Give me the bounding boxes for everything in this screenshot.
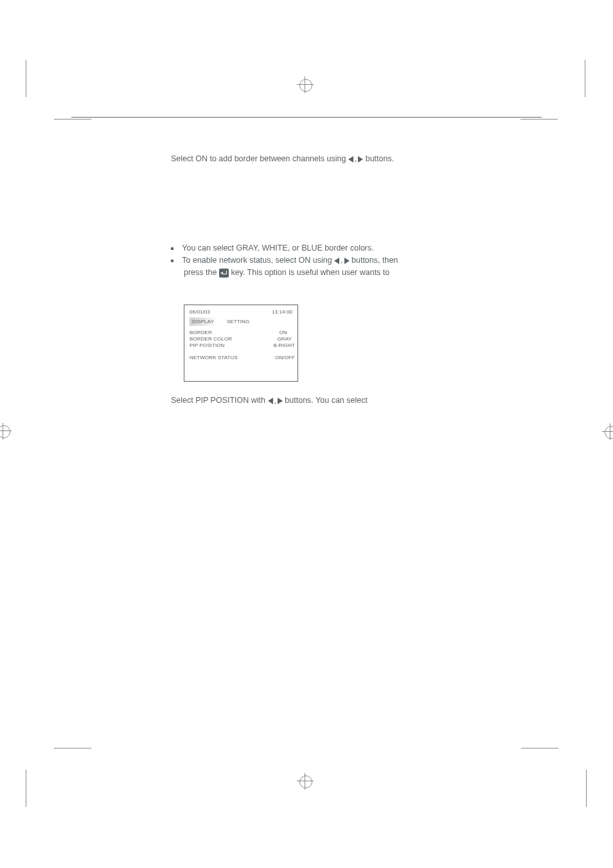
crop-tick <box>586 770 587 807</box>
enter-key-icon <box>219 269 229 278</box>
crop-tick <box>26 770 26 807</box>
osd-body: BORDER ON BORDER COLOR GRAY PIP POSITION… <box>190 330 292 360</box>
osd-row-pip-position: PIP POSITION B-RIGHT <box>190 342 292 348</box>
osd-row-network-status: NETWORK STATUS ON/OFF <box>190 355 292 360</box>
triangle-right-icon <box>278 398 283 404</box>
osd-header: 06/01/03 13:14:00 <box>190 309 292 315</box>
osd-date: 06/01/03 <box>190 309 210 315</box>
osd-row-border-color: BORDER COLOR GRAY <box>190 336 292 342</box>
paragraph-border: Select ON to add border between channels… <box>171 153 542 165</box>
text: To enable network status, select ON usin… <box>182 256 334 265</box>
triangle-left-icon <box>268 398 273 404</box>
registration-mark-top <box>297 76 314 93</box>
left-right-arrow-icon: , <box>348 153 363 165</box>
note-line-2a: To enable network status, select ON usin… <box>171 254 542 267</box>
left-right-arrow-icon: , <box>268 395 283 407</box>
triangle-right-icon <box>344 258 350 264</box>
osd-screenshot: 06/01/03 13:14:00 DISPLAY SETTING BORDER… <box>184 305 298 382</box>
triangle-left-icon <box>334 258 339 264</box>
registration-mark-left <box>0 423 12 439</box>
text: press the <box>184 268 219 277</box>
note-line-1: You can select GRAY, WHITE, or BLUE bord… <box>171 242 542 254</box>
crop-tick <box>54 748 91 748</box>
crop-tick <box>26 60 26 97</box>
text: buttons, then <box>351 256 398 265</box>
osd-row-border: BORDER ON <box>190 330 292 335</box>
text: Select PIP POSITION with <box>171 396 268 405</box>
osd-tabs: DISPLAY SETTING <box>190 317 292 326</box>
osd-tab-setting: SETTING <box>224 317 253 326</box>
text: Select ON to add border between channels… <box>171 154 348 163</box>
osd-label: PIP POSITION <box>190 342 224 348</box>
note-line-2b: press the key. This option is useful whe… <box>184 267 542 279</box>
header-rule <box>71 117 542 118</box>
registration-mark-right <box>602 423 613 440</box>
text: buttons. You can select <box>285 396 368 405</box>
text: buttons. <box>366 154 394 163</box>
osd-label: BORDER COLOR <box>190 336 232 342</box>
bullet-icon <box>171 247 173 250</box>
crop-tick <box>521 748 558 748</box>
osd-tab-display: DISPLAY <box>190 317 218 326</box>
osd-label: NETWORK STATUS <box>190 355 238 360</box>
text: key. This option is useful when user wan… <box>231 268 389 277</box>
left-right-arrow-icon: , <box>334 254 349 267</box>
text: You can select GRAY, WHITE, or BLUE bord… <box>182 244 374 252</box>
registration-mark-bottom <box>297 773 314 790</box>
osd-label: BORDER <box>190 330 212 335</box>
osd-value: ON/OFF <box>275 355 295 360</box>
paragraph-pip-position: Select PIP POSITION with , buttons. You … <box>171 394 542 407</box>
osd-value: GRAY <box>278 336 292 342</box>
crop-tick <box>585 60 585 97</box>
osd-time: 13:14:00 <box>272 309 292 315</box>
page-content: Select ON to add border between channels… <box>71 117 542 407</box>
triangle-left-icon <box>348 156 353 163</box>
osd-value: B-RIGHT <box>273 342 295 348</box>
triangle-right-icon <box>358 156 363 163</box>
bullet-icon <box>171 260 173 262</box>
osd-value: ON <box>280 330 287 335</box>
